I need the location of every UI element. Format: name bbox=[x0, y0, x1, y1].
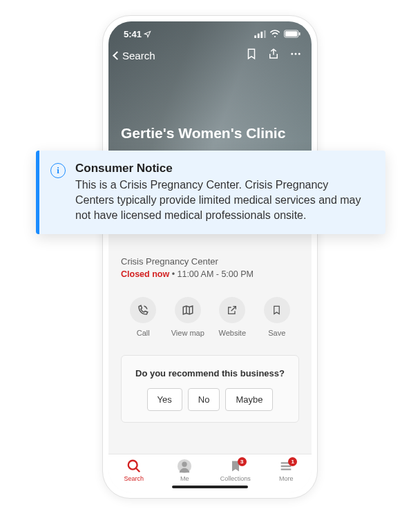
external-link-icon bbox=[227, 305, 238, 316]
business-category: Crisis Pregnancy Center bbox=[121, 256, 299, 267]
battery-icon bbox=[284, 30, 300, 38]
home-indicator[interactable] bbox=[172, 486, 248, 488]
svg-point-13 bbox=[182, 462, 187, 467]
svg-point-11 bbox=[128, 461, 137, 470]
share-button[interactable] bbox=[267, 48, 280, 63]
svg-rect-3 bbox=[264, 30, 266, 38]
notice-body: This is a Crisis Pregnancy Center. Crisi… bbox=[75, 178, 366, 223]
tab-search-label: Search bbox=[124, 475, 144, 482]
action-row: Call View map Website bbox=[121, 297, 299, 344]
map-icon bbox=[182, 304, 194, 316]
status-indicators bbox=[254, 30, 300, 38]
back-label: Search bbox=[122, 50, 155, 61]
svg-rect-1 bbox=[258, 33, 260, 37]
main-content: Crisis Pregnancy Center Closed now • 11:… bbox=[108, 256, 312, 423]
svg-point-8 bbox=[291, 53, 293, 55]
user-icon bbox=[177, 459, 192, 474]
svg-point-10 bbox=[298, 53, 300, 55]
svg-rect-2 bbox=[260, 31, 262, 37]
hours-range: 11:00 AM - 5:00 PM bbox=[177, 269, 253, 279]
consumer-notice-banner: i Consumer Notice This is a Crisis Pregn… bbox=[36, 151, 385, 234]
recommend-card: Do you recommend this business? Yes No M… bbox=[121, 355, 299, 423]
chevron-left-icon bbox=[113, 51, 122, 60]
business-hours: Closed now • 11:00 AM - 5:00 PM bbox=[121, 269, 299, 279]
svg-rect-7 bbox=[299, 32, 300, 36]
phone-device-frame: 5:41 Search bbox=[102, 15, 318, 499]
svg-rect-0 bbox=[254, 35, 256, 38]
bookmark-icon bbox=[245, 48, 258, 60]
tab-collections-label: Collections bbox=[220, 475, 251, 482]
location-arrow-icon bbox=[144, 30, 151, 38]
call-label: Call bbox=[137, 329, 150, 337]
save-action[interactable]: Save bbox=[255, 297, 299, 337]
website-label: Website bbox=[218, 329, 246, 337]
svg-rect-6 bbox=[285, 31, 298, 36]
recommend-maybe-button[interactable]: Maybe bbox=[225, 388, 273, 411]
website-action[interactable]: Website bbox=[210, 297, 254, 337]
collections-badge: 3 bbox=[238, 457, 247, 466]
phone-screen: 5:41 Search bbox=[108, 21, 312, 492]
hero-header: 5:41 Search bbox=[108, 21, 312, 153]
tab-more-label: More bbox=[279, 475, 294, 482]
svg-point-4 bbox=[274, 36, 276, 37]
save-label: Save bbox=[268, 329, 285, 337]
tab-me[interactable]: Me bbox=[164, 459, 205, 482]
bookmark-outline-icon bbox=[271, 304, 282, 316]
header-nav: Search bbox=[108, 41, 312, 63]
wifi-icon bbox=[269, 30, 280, 38]
hours-separator: • bbox=[169, 269, 177, 279]
business-name: Gertie's Women's Clinic bbox=[121, 125, 299, 142]
call-action[interactable]: Call bbox=[121, 297, 165, 337]
status-time: 5:41 bbox=[124, 29, 151, 39]
svg-point-9 bbox=[295, 53, 297, 55]
recommend-yes-button[interactable]: Yes bbox=[147, 388, 182, 411]
signal-icon bbox=[254, 30, 266, 38]
info-icon: i bbox=[50, 163, 66, 178]
notice-title: Consumer Notice bbox=[75, 162, 366, 175]
back-button[interactable]: Search bbox=[114, 50, 155, 61]
tab-collections[interactable]: 3 Collections bbox=[215, 459, 256, 482]
recommend-question: Do you recommend this business? bbox=[130, 368, 290, 378]
more-button[interactable] bbox=[289, 48, 302, 63]
open-status: Closed now bbox=[121, 269, 169, 279]
view-map-action[interactable]: View map bbox=[166, 297, 210, 337]
recommend-no-button[interactable]: No bbox=[188, 388, 220, 411]
more-badge: 1 bbox=[288, 457, 297, 466]
tab-search[interactable]: Search bbox=[113, 459, 155, 482]
status-time-text: 5:41 bbox=[124, 29, 142, 39]
status-bar: 5:41 bbox=[108, 21, 312, 41]
bookmark-button[interactable] bbox=[245, 48, 258, 63]
tab-me-label: Me bbox=[180, 475, 189, 482]
more-dots-icon bbox=[289, 48, 302, 60]
phone-icon bbox=[137, 304, 149, 316]
share-icon bbox=[267, 48, 280, 60]
view-map-label: View map bbox=[171, 329, 204, 337]
tab-more[interactable]: 1 More bbox=[265, 459, 307, 482]
search-icon bbox=[126, 459, 142, 474]
